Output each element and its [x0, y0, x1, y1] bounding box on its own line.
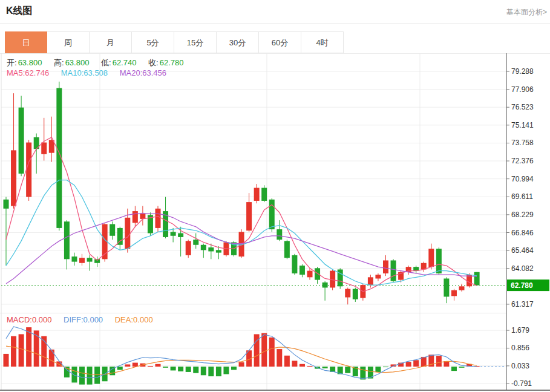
candle [300, 264, 305, 277]
candle [428, 244, 434, 270]
candle [383, 255, 388, 276]
kline-macd-chart[interactable]: 79.28877.90676.52375.14173.75872.37670.9… [0, 53, 550, 392]
candle [11, 93, 16, 209]
candle [353, 287, 358, 302]
candle [64, 220, 70, 269]
candle [322, 281, 328, 301]
candle [26, 140, 31, 201]
candle [171, 228, 176, 243]
candle [163, 197, 168, 239]
right-axis: 79.28877.90676.52375.14173.75872.37670.9… [0, 53, 550, 390]
candle [360, 284, 365, 301]
candle [315, 267, 320, 284]
tab-day[interactable]: 日 [5, 31, 47, 53]
axis-tick-label: 68.229 [511, 211, 534, 219]
candle [79, 254, 85, 266]
candle [391, 259, 396, 283]
candle [277, 220, 282, 241]
axis-tick-label: 1.679 [511, 326, 529, 335]
axis-tick-label: 73.758 [511, 139, 534, 147]
interval-tabs: 日周月5分15分30分60分4时 [5, 31, 344, 53]
candle [49, 117, 54, 162]
axis-tick-label: 0.856 [511, 344, 529, 352]
candle [413, 266, 419, 273]
axis-tick-label: 72.376 [511, 157, 534, 165]
candle [94, 256, 100, 267]
candle [133, 206, 138, 227]
candle [284, 240, 290, 259]
candle [254, 184, 260, 203]
candle [406, 266, 411, 275]
candle [56, 82, 62, 230]
axis-tick-label: 65.464 [511, 246, 534, 255]
macd-histogram [4, 327, 480, 385]
candle [444, 277, 449, 303]
fundamental-analysis-link[interactable]: 基本面分析> [506, 7, 547, 18]
candle [467, 273, 472, 288]
axis-tick-label: 64.082 [511, 264, 534, 273]
kline-widget: K线图 基本面分析> 日周月5分15分30分60分4时 79.28877.906… [0, 0, 550, 392]
candle [459, 284, 465, 292]
candle [421, 262, 427, 272]
candle [19, 96, 24, 176]
candle [117, 227, 123, 250]
candle [186, 240, 191, 258]
candle [110, 221, 115, 240]
header-divider [0, 23, 550, 24]
axis-tick-label: -0.791 [511, 379, 532, 388]
candle [261, 185, 267, 202]
gridlines [0, 53, 506, 390]
candle [156, 206, 161, 232]
candle [292, 254, 297, 275]
axis-tick-label: 61.317 [511, 300, 534, 309]
axis-tick-label: 77.906 [511, 85, 534, 94]
tab-4hour[interactable]: 4时 [301, 31, 344, 53]
axis-tick-label: 66.846 [511, 229, 534, 237]
tab-30min[interactable]: 30分 [217, 31, 259, 53]
candle [34, 134, 39, 174]
candle [41, 118, 47, 161]
candle [338, 268, 343, 289]
tab-15min[interactable]: 15分 [174, 31, 217, 53]
axis-tick-label: 69.611 [511, 192, 533, 201]
candle [345, 287, 350, 304]
tab-5min[interactable]: 5分 [132, 31, 174, 53]
candle [368, 275, 373, 287]
tab-week[interactable]: 周 [47, 31, 90, 53]
candle [375, 273, 381, 281]
candle [148, 212, 153, 236]
candle [474, 272, 480, 286]
page-title: K线图 [6, 5, 33, 18]
axis-tick-label: 76.523 [511, 103, 534, 111]
candle [193, 233, 198, 249]
axis-tick-label: 70.994 [511, 175, 534, 183]
axis-tick-label: 75.141 [511, 121, 534, 129]
axis-tick-label: 79.288 [511, 67, 534, 76]
current-price-badge-label: 62.780 [511, 281, 533, 290]
candle [246, 193, 252, 232]
tab-60min[interactable]: 60分 [259, 31, 301, 53]
candle [451, 289, 457, 301]
tab-month[interactable]: 月 [90, 31, 132, 53]
candle [140, 206, 145, 226]
candle [71, 253, 77, 266]
axis-tick-label: 0.033 [511, 362, 529, 370]
